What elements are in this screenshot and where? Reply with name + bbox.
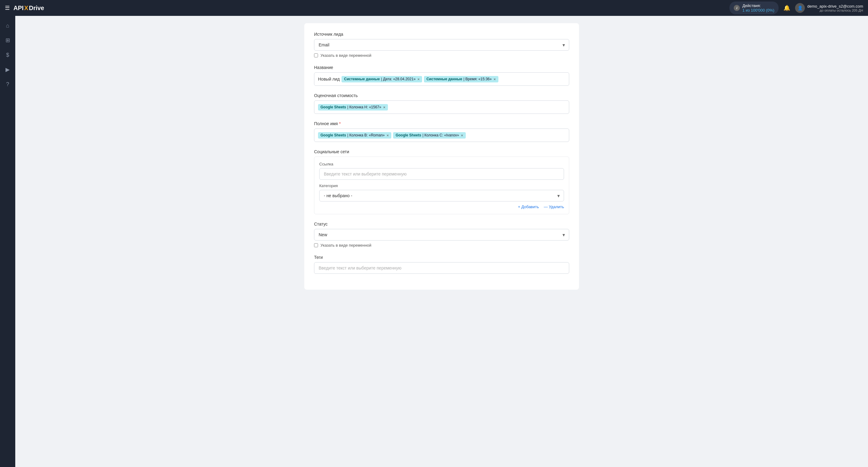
- navbar: ☰ API X Drive i Действия: 1 из 100'000 (…: [0, 0, 868, 16]
- name-label: Название: [314, 65, 569, 70]
- lead-source-variable-checkbox[interactable]: [314, 54, 318, 57]
- sidebar-item-connections[interactable]: ⊞: [2, 34, 14, 46]
- main-content: Источник лида Email Web Phone Social ▾ У…: [15, 16, 868, 467]
- status-select-wrapper: New In Progress Completed Closed ▾: [314, 229, 569, 241]
- social-networks-label: Социальные сети: [314, 149, 569, 154]
- tags-section: Теги: [314, 255, 569, 274]
- social-networks-section: Социальные сети Ссылка Категория - не вы…: [314, 149, 569, 214]
- estimated-cost-tag-close[interactable]: ×: [383, 105, 385, 110]
- estimated-cost-tag-input[interactable]: Google Sheets | Колонка H: «1567» ×: [314, 100, 569, 114]
- user-area: 👤 demo_apix-drive_s2@com.com до оплаты о…: [795, 3, 863, 13]
- navbar-right: i Действия: 1 из 100'000 (0%) 🔔 👤 demo_a…: [730, 2, 863, 14]
- name-tag-time-close[interactable]: ×: [494, 77, 496, 82]
- logo-drive: Drive: [29, 5, 44, 11]
- status-label: Статус: [314, 222, 569, 226]
- sidebar: ⌂ ⊞ $ ▶ ?: [0, 16, 15, 467]
- name-tag-date-close[interactable]: ×: [417, 77, 420, 82]
- actions-text: Действия: 1 из 100'000 (0%): [742, 3, 774, 12]
- estimated-cost-label: Оценочная стоимость: [314, 93, 569, 98]
- sidebar-item-video[interactable]: ▶: [2, 63, 14, 76]
- remove-social-button[interactable]: — Удалить: [544, 205, 564, 209]
- tags-label: Теги: [314, 255, 569, 260]
- full-name-tag-roman: Google Sheets | Колонка B: «Roman» ×: [318, 132, 391, 138]
- lead-source-select-wrapper: Email Web Phone Social ▾: [314, 39, 569, 51]
- status-select[interactable]: New In Progress Completed Closed: [314, 229, 569, 241]
- logo-x: X: [24, 5, 28, 11]
- navbar-left: ☰ API X Drive: [5, 5, 44, 11]
- social-link-input[interactable]: [319, 168, 564, 180]
- status-variable-label: Указать в виде переменной: [320, 243, 371, 248]
- lead-source-select[interactable]: Email Web Phone Social: [314, 39, 569, 51]
- category-select-wrapper: - не выбрано - Facebook Instagram Twitte…: [319, 190, 564, 201]
- bell-icon[interactable]: 🔔: [783, 5, 790, 11]
- logo: API X Drive: [13, 5, 44, 11]
- name-section: Название Новый лид Системные данные | Да…: [314, 65, 569, 86]
- full-name-tag-input[interactable]: Google Sheets | Колонка B: «Roman» × Goo…: [314, 128, 569, 142]
- full-name-tag-ivanov-close[interactable]: ×: [461, 133, 463, 138]
- lead-source-label: Источник лида: [314, 32, 569, 37]
- name-tag-time: Системные данные | Время: «15:36» ×: [424, 76, 498, 83]
- add-social-button[interactable]: + Добавить: [518, 205, 539, 209]
- full-name-section: Полное имя * Google Sheets | Колонка B: …: [314, 121, 569, 142]
- full-name-tag-roman-close[interactable]: ×: [387, 133, 389, 138]
- lead-source-variable-row: Указать в виде переменной: [314, 53, 569, 58]
- status-variable-row: Указать в виде переменной: [314, 243, 569, 248]
- name-tag-input[interactable]: Новый лид Системные данные | Дата: «28.0…: [314, 72, 569, 86]
- info-icon: i: [734, 5, 740, 11]
- category-select[interactable]: - не выбрано - Facebook Instagram Twitte…: [319, 190, 564, 201]
- category-label: Категория: [319, 183, 564, 188]
- lead-source-variable-label: Указать в виде переменной: [320, 53, 371, 58]
- name-tag-date: Системные данные | Дата: «28.04.2021» ×: [342, 76, 422, 83]
- lead-source-section: Источник лида Email Web Phone Social ▾ У…: [314, 32, 569, 58]
- user-email: demo_apix-drive_s2@com.com: [807, 4, 863, 8]
- actions-badge: i Действия: 1 из 100'000 (0%): [730, 2, 779, 14]
- full-name-tag-ivanov: Google Sheets | Колонка C: «Ivanov» ×: [393, 132, 465, 138]
- full-name-label: Полное имя *: [314, 121, 569, 126]
- user-avatar: 👤: [795, 3, 805, 13]
- sidebar-item-home[interactable]: ⌂: [2, 20, 14, 32]
- sidebar-item-billing[interactable]: $: [2, 49, 14, 61]
- user-days: до оплаты осталось 205 ДН: [807, 8, 863, 12]
- status-variable-checkbox[interactable]: [314, 243, 318, 247]
- link-label: Ссылка: [319, 162, 564, 166]
- sidebar-item-help[interactable]: ?: [2, 78, 14, 90]
- social-subsection: Ссылка Категория - не выбрано - Facebook…: [314, 157, 569, 214]
- content-card: Источник лида Email Web Phone Social ▾ У…: [304, 23, 579, 290]
- estimated-cost-section: Оценочная стоимость Google Sheets | Коло…: [314, 93, 569, 114]
- required-star: *: [339, 121, 341, 126]
- hamburger-icon[interactable]: ☰: [5, 5, 10, 11]
- estimated-cost-tag: Google Sheets | Колонка H: «1567» ×: [318, 104, 388, 111]
- user-info: demo_apix-drive_s2@com.com до оплаты ост…: [807, 4, 863, 12]
- name-plain-text: Новый лид: [318, 76, 340, 82]
- social-actions: + Добавить — Удалить: [319, 205, 564, 209]
- status-section: Статус New In Progress Completed Closed …: [314, 222, 569, 248]
- logo-api: API: [13, 5, 24, 11]
- tags-input[interactable]: [314, 262, 569, 274]
